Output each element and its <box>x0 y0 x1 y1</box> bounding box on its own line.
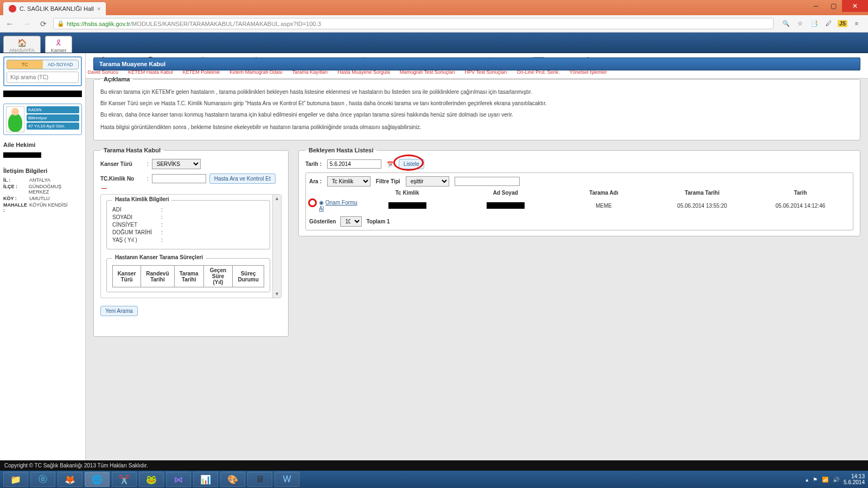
url-host: hsbs.saglik.gov.tr <box>85 21 130 27</box>
bookmark-icon[interactable]: ☆ <box>795 20 805 27</box>
minimize-button[interactable]: ─ <box>807 0 825 12</box>
url-protocol: https:// <box>67 21 85 27</box>
tab-close-icon[interactable]: × <box>97 5 100 12</box>
lock-icon: 🔒 <box>57 20 65 27</box>
ext-js-icon[interactable]: JS <box>838 20 847 27</box>
home-icon: 🏠 <box>17 38 27 47</box>
browser-tab[interactable]: C. SAĞLIK BAKANLIĞI Hall × <box>3 2 106 15</box>
forward-button[interactable]: → <box>21 19 34 29</box>
fieldset-aciklama: Açıklama Bu ekran tarama için KETEM'e ge… <box>93 76 860 79</box>
topnav-kanser[interactable]: 🎗 Kanser <box>45 36 73 53</box>
tab-title: C. SAĞLIK BAKANLIĞI Hall <box>20 5 94 12</box>
topnav-label: ANASAYFA <box>9 48 35 53</box>
topnav-anasayfa[interactable]: 🏠 ANASAYFA <box>3 36 41 53</box>
legend-aciklama: Açıklama <box>100 76 133 79</box>
search-icon[interactable]: 🔍 <box>781 20 791 27</box>
close-window-button[interactable]: ✕ <box>842 0 868 12</box>
reload-button[interactable]: ⟳ <box>38 20 49 28</box>
tab-adsoyad[interactable]: AD-SOYAD <box>43 60 79 69</box>
tab-tc[interactable]: TC <box>7 60 43 69</box>
maximize-button[interactable]: ▢ <box>825 0 842 12</box>
ext-icon-1[interactable]: 📑 <box>809 20 819 27</box>
ext-icon-2[interactable]: 🖊 <box>824 20 833 27</box>
favicon-icon <box>9 5 16 12</box>
url-path: /MODULES/KANSER/TARAMAKABUL/TARAMAKABUL.… <box>130 21 321 27</box>
ribbon-icon: 🎗 <box>55 38 62 47</box>
window-controls: ─ ▢ ✕ <box>807 0 868 15</box>
topnav-label: Kanser <box>51 48 67 53</box>
sidebar-search-input[interactable] <box>7 72 79 79</box>
sidebar-search-tabs: TC AD-SOYAD <box>7 60 79 69</box>
browser-titlebar: C. SAĞLIK BAKANLIĞI Hall × ─ ▢ ✕ <box>0 0 868 15</box>
url-input[interactable]: 🔒 https://hsbs.saglik.gov.tr/MODULES/KAN… <box>53 18 774 29</box>
page-title: Tarama Muayene Kabul <box>93 57 860 70</box>
menu-icon[interactable]: ≡ <box>852 20 861 27</box>
back-button[interactable]: ← <box>3 19 16 29</box>
app-topnav: 🏠 ANASAYFA 🎗 Kanser <box>0 33 868 53</box>
main-content: Tarama Muayene Kabul Açıklama Bu ekran t… <box>86 53 868 79</box>
sidebar: TC AD-SOYAD KADIN Bilinmiyor 47 Yıl,10 A… <box>0 53 86 79</box>
address-bar: ← → ⟳ 🔒 https://hsbs.saglik.gov.tr/MODUL… <box>0 15 868 33</box>
